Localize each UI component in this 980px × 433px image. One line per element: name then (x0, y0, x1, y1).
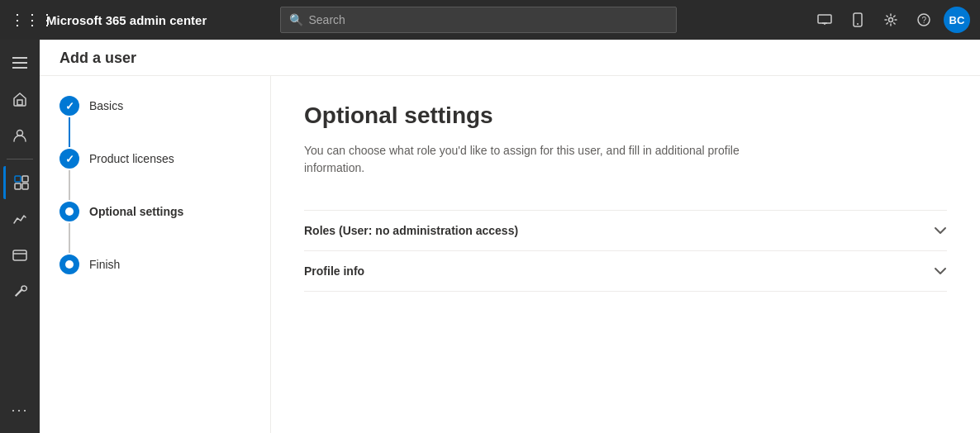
svg-rect-14 (22, 176, 28, 182)
waffle-icon[interactable]: ⋮⋮⋮ (10, 11, 33, 29)
step-connector-basics (59, 96, 79, 149)
app-title: Microsoft 365 admin center (46, 13, 207, 27)
step-optional-settings: Optional settings (59, 202, 250, 255)
svg-text:?: ? (921, 16, 926, 25)
monitor-icon[interactable] (811, 7, 838, 33)
search-icon: 🔍 (289, 13, 303, 26)
step-connector-optional-settings (59, 202, 79, 255)
step-line-basics (69, 117, 70, 147)
page-title: Add a user (59, 50, 960, 67)
step-circle-product-licenses (59, 149, 79, 169)
step-label-product-licenses: Product licenses (89, 149, 174, 168)
sidebar-item-users[interactable] (3, 119, 36, 152)
step-label-finish: Finish (89, 255, 120, 274)
page-header: Add a user (40, 40, 980, 76)
step-line-product-licenses (69, 170, 70, 200)
user-avatar[interactable]: BC (944, 7, 970, 33)
sidebar-item-reports[interactable] (3, 202, 36, 236)
svg-rect-16 (22, 183, 28, 189)
svg-rect-13 (15, 176, 21, 182)
panel-title: Optional settings (304, 102, 947, 129)
sidebar-item-tools[interactable] (3, 275, 36, 308)
gear-icon[interactable] (878, 7, 904, 33)
sidebar-item-home[interactable] (3, 83, 36, 116)
steps-panel: Basics Product licenses (40, 76, 271, 433)
help-icon[interactable]: ? (911, 7, 937, 33)
svg-rect-11 (17, 100, 22, 105)
svg-rect-0 (818, 15, 831, 23)
sidebar-item-menu[interactable] (3, 46, 36, 79)
content-area: Add a user Basics (40, 40, 980, 433)
svg-rect-15 (15, 183, 21, 189)
chevron-down-icon-profile-info (934, 264, 947, 278)
accordion-profile-info: Profile info (304, 250, 947, 292)
two-panel: Basics Product licenses (40, 76, 980, 433)
svg-point-19 (65, 207, 74, 216)
svg-rect-17 (13, 250, 26, 260)
main-panel: Optional settings You can choose what ro… (271, 76, 980, 433)
check-icon-product-licenses (65, 153, 74, 165)
sidebar-divider (7, 159, 33, 159)
step-product-licenses: Product licenses (59, 149, 250, 202)
step-label-optional-settings: Optional settings (89, 202, 183, 221)
svg-point-20 (65, 260, 74, 269)
step-circle-basics (59, 96, 79, 116)
accordion-label-roles: Roles (User: no administration access) (304, 224, 518, 237)
sidebar-item-billing[interactable] (3, 239, 36, 272)
main-layout: ··· Add a user Basics (0, 40, 980, 433)
sidebar-more[interactable]: ··· (3, 393, 36, 426)
sidebar: ··· (0, 40, 40, 433)
svg-point-4 (857, 23, 859, 25)
accordion-roles: Roles (User: no administration access) (304, 210, 947, 250)
accordion-header-profile-info[interactable]: Profile info (304, 251, 947, 291)
panel-description: You can choose what role you'd like to a… (304, 142, 800, 177)
mobile-icon[interactable] (844, 7, 871, 33)
search-box[interactable]: 🔍 (280, 7, 677, 33)
step-circle-finish (59, 255, 79, 274)
svg-point-5 (888, 18, 892, 22)
step-connector-product-licenses (59, 149, 79, 202)
step-basics: Basics (59, 96, 250, 149)
search-input[interactable] (308, 13, 668, 26)
step-circle-optional-settings (59, 202, 79, 221)
step-connector-finish (59, 255, 79, 274)
sidebar-item-active[interactable] (3, 166, 36, 199)
step-finish: Finish (59, 255, 250, 274)
topbar-actions: ? BC (811, 7, 970, 33)
step-label-basics: Basics (89, 96, 123, 115)
step-line-optional-settings (69, 223, 70, 253)
chevron-down-icon-roles (934, 224, 947, 237)
check-icon-basics (65, 100, 74, 112)
accordion-label-profile-info: Profile info (304, 264, 364, 278)
topbar: ⋮⋮⋮ Microsoft 365 admin center 🔍 ? BC (0, 0, 980, 40)
accordion-header-roles[interactable]: Roles (User: no administration access) (304, 211, 947, 250)
